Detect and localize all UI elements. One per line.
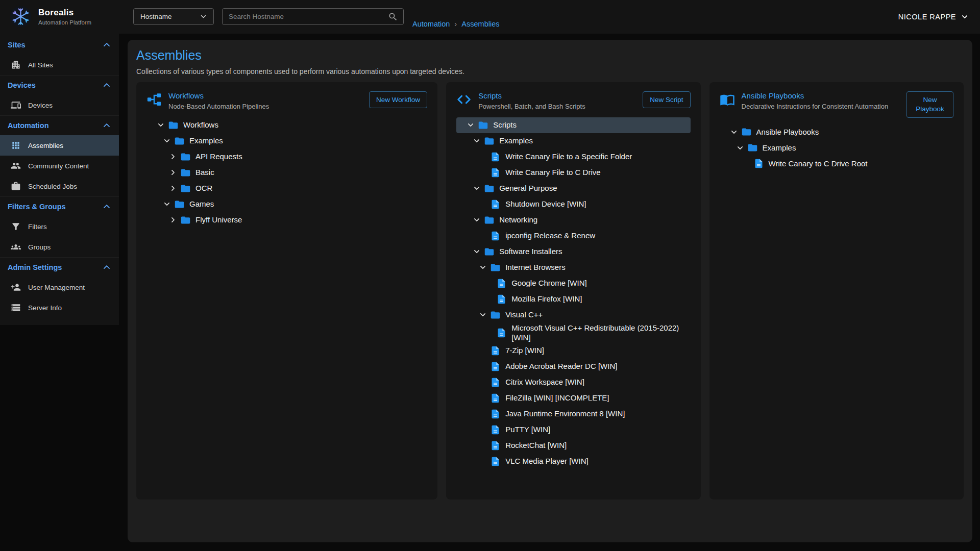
tree-folder-item[interactable]: Flyff Universe (146, 212, 427, 228)
scripts-card-titles: Scripts Powershell, Batch, and Bash Scri… (478, 91, 636, 111)
tree-leaf-item[interactable]: Microsoft Visual C++ Redistributable (20… (456, 323, 690, 343)
tree-folder-item[interactable]: Games (146, 196, 427, 212)
tree-item-label: Examples (763, 143, 796, 153)
chevron-right-icon[interactable] (167, 182, 179, 194)
search-icon[interactable] (388, 12, 398, 22)
document-icon (496, 328, 507, 338)
tree-item-label: Examples (189, 136, 223, 146)
tree-folder-item[interactable]: Networking (456, 212, 690, 228)
chevron-down-icon[interactable] (477, 309, 489, 321)
person-add-icon (11, 282, 21, 292)
new-playbook-button[interactable]: New Playbook (906, 91, 953, 118)
chevron-down-icon[interactable] (471, 182, 483, 194)
sidebar-item-scheduled-jobs[interactable]: Scheduled Jobs (0, 176, 119, 196)
chevron-placeholder (477, 166, 489, 179)
chevron-down-icon[interactable] (161, 198, 173, 210)
chevron-down-icon[interactable] (464, 119, 477, 131)
assemblies-grid-icon (11, 140, 21, 151)
new-script-button[interactable]: New Script (643, 91, 690, 108)
sidebar-item-user-management[interactable]: User Management (0, 277, 119, 297)
chevron-down-icon[interactable] (471, 214, 483, 226)
tree-folder-item[interactable]: Software Installers (456, 244, 690, 260)
sidebar-section-sites[interactable]: Sites (0, 35, 119, 55)
tree-leaf-item[interactable]: Write Canary File to C Drive (456, 165, 690, 181)
document-icon (490, 456, 501, 467)
tree-folder-item[interactable]: OCR (146, 181, 427, 196)
tree-leaf-item[interactable]: VLC Media Player [WIN] (456, 454, 690, 469)
tree-leaf-item[interactable]: Google Chrome [WIN] (456, 276, 690, 291)
sidebar-section-automation[interactable]: Automation (0, 115, 119, 135)
sidebar-item-devices[interactable]: Devices (0, 95, 119, 115)
sidebar-item-assemblies[interactable]: Assemblies (0, 135, 119, 156)
folder-icon (490, 262, 501, 273)
chevron-up-icon[interactable] (102, 202, 112, 212)
document-icon (490, 199, 501, 210)
sidebar-item-server-info[interactable]: Server Info (0, 297, 119, 318)
chevron-placeholder (477, 423, 489, 436)
hostname-select[interactable]: Hostname (133, 8, 214, 25)
chevron-right-icon[interactable] (167, 151, 179, 163)
chevron-down-icon[interactable] (477, 261, 489, 273)
tree-item-label: API Requests (195, 152, 242, 162)
chevron-down-icon[interactable] (161, 135, 173, 147)
tree-folder-item[interactable]: Workflows (146, 117, 427, 133)
tree-leaf-item[interactable]: Mozilla Firefox [WIN] (456, 291, 690, 307)
chevron-up-icon[interactable] (102, 80, 112, 90)
tree-folder-item[interactable]: Visual C++ (456, 307, 690, 323)
tree-leaf-item[interactable]: Shutdown Device [WIN] (456, 196, 690, 212)
section-label: Filters & Groups (8, 203, 66, 211)
sidebar-section-filters-groups[interactable]: Filters & Groups (0, 196, 119, 216)
tree-folder-item[interactable]: Examples (720, 140, 953, 156)
search-input[interactable] (225, 13, 388, 20)
tree-leaf-item[interactable]: Citrix Workspace [WIN] (456, 374, 690, 390)
tree-item-label: Scripts (493, 120, 517, 130)
chevron-right-icon[interactable] (167, 166, 179, 179)
chevron-down-icon[interactable] (734, 142, 746, 154)
user-menu[interactable]: NICOLE RAPPE (898, 0, 970, 34)
tree-folder-item[interactable]: Examples (456, 133, 690, 149)
tree-item-label: General Purpose (499, 183, 557, 193)
scripts-tree: ScriptsExamplesWrite Canary File to a Sp… (456, 117, 690, 469)
tree-item-label: Shutdown Device [WIN] (505, 199, 586, 209)
chevron-up-icon[interactable] (102, 40, 112, 50)
breadcrumb-link-assemblies[interactable]: Assemblies (461, 20, 499, 28)
chevron-down-icon[interactable] (471, 135, 483, 147)
filter-icon (11, 221, 21, 232)
sidebar-item-filters[interactable]: Filters (0, 216, 119, 237)
tree-folder-item[interactable]: Basic (146, 165, 427, 181)
chevron-down-icon[interactable] (471, 245, 483, 258)
chevron-down-icon[interactable] (155, 119, 167, 131)
sidebar-item-all-sites[interactable]: All Sites (0, 55, 119, 75)
sidebar-item-community-content[interactable]: Community Content (0, 156, 119, 176)
tree-folder-item[interactable]: Internet Browsers (456, 260, 690, 276)
chevron-up-icon[interactable] (102, 120, 112, 131)
tree-folder-item[interactable]: API Requests (146, 149, 427, 165)
tree-leaf-item[interactable]: Java Runtime Environment 8 [WIN] (456, 406, 690, 422)
tree-leaf-item[interactable]: Adobe Acrobat Reader DC [WIN] (456, 359, 690, 374)
tree-folder-item[interactable]: Examples (146, 133, 427, 149)
tree-leaf-item[interactable]: Write Canary to C Drive Root (720, 156, 953, 171)
tree-item-label: Basic (195, 167, 214, 178)
sidebar-section-admin-settings[interactable]: Admin Settings (0, 257, 119, 277)
folder-icon (490, 310, 501, 320)
breadcrumb-link-automation[interactable]: Automation (412, 20, 450, 28)
tree-leaf-item[interactable]: PuTTY [WIN] (456, 422, 690, 438)
tree-folder-item[interactable]: Ansible Playbooks (720, 124, 953, 140)
sidebar-item-groups[interactable]: Groups (0, 237, 119, 257)
chevron-down-icon[interactable] (728, 126, 740, 138)
tree-leaf-item[interactable]: RocketChat [WIN] (456, 438, 690, 454)
tree-item-label: 7-Zip [WIN] (505, 345, 544, 356)
chevron-placeholder (483, 327, 495, 339)
tree-folder-item[interactable]: Scripts (456, 117, 690, 133)
tree-leaf-item[interactable]: 7-Zip [WIN] (456, 343, 690, 359)
sidebar-section-devices[interactable]: Devices (0, 75, 119, 95)
new-workflow-button[interactable]: New Workflow (369, 91, 427, 108)
chevron-right-icon[interactable] (167, 214, 179, 226)
tree-leaf-item[interactable]: Write Canary File to a Specific Folder (456, 149, 690, 165)
tree-folder-item[interactable]: General Purpose (456, 181, 690, 196)
tree-leaf-item[interactable]: ipconfig Release & Renew (456, 228, 690, 244)
tree-leaf-item[interactable]: FileZilla [WIN] [INCOMPLETE] (456, 390, 690, 406)
sidebar-nav: Sites All Sites Devices Devices Automati… (0, 34, 119, 325)
chevron-up-icon[interactable] (102, 262, 112, 272)
chevron-placeholder (477, 376, 489, 388)
